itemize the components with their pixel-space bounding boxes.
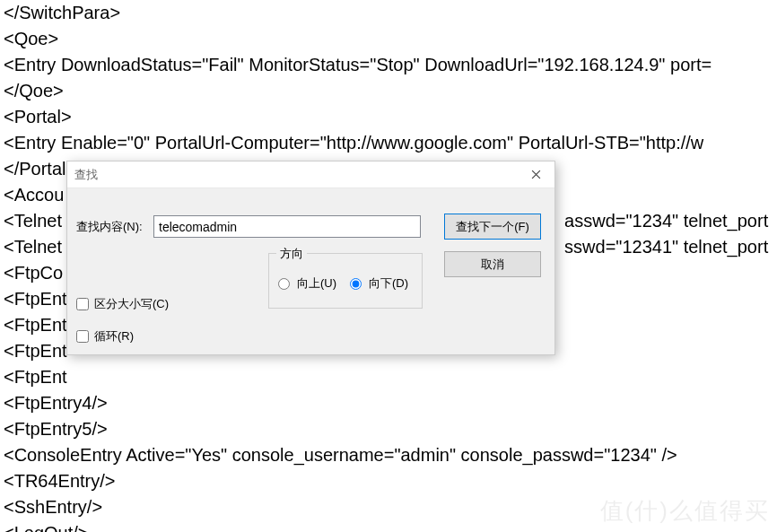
code-line: <Qoe> [4, 26, 777, 52]
checkbox-wrap-around[interactable]: 循环(R) [76, 328, 134, 344]
find-label: 查找内容(N): [76, 219, 143, 235]
radio-up-input[interactable] [278, 278, 290, 290]
code-line: <ConsoleEntry Active="Yes" console_usern… [4, 442, 777, 468]
code-line: <FtpEntry5/> [4, 416, 777, 442]
radio-down[interactable]: 向下(D) [350, 275, 408, 292]
code-line: <FtpEntry4/> [4, 390, 777, 416]
find-input[interactable] [153, 215, 421, 238]
radio-up[interactable]: 向上(U) [278, 275, 336, 292]
direction-label: 方向 [276, 246, 307, 262]
checkbox-match-case[interactable]: 区分大小写(C) [76, 296, 169, 312]
code-line: <LogOut/> [4, 520, 777, 532]
find-dialog: 查找 查找内容(N): 查找下一个(F) 取消 方向 向上(U) 向下(D) 区… [66, 161, 555, 355]
cancel-button[interactable]: 取消 [444, 251, 541, 277]
find-next-button[interactable]: 查找下一个(F) [444, 214, 541, 240]
code-line: </SwitchPara> [4, 0, 777, 26]
code-line: <Portal> [4, 104, 777, 130]
code-line: </Qoe> [4, 78, 777, 104]
code-line: <TR64Entry/> [4, 468, 777, 494]
code-line: <SshEntry/> [4, 494, 777, 520]
code-line: <Entry DownloadStatus="Fail" MonitorStat… [4, 52, 777, 78]
checkbox-wrap-around-input[interactable] [76, 330, 89, 343]
close-icon[interactable] [517, 162, 554, 188]
code-line: <FtpEnt [4, 364, 777, 390]
dialog-titlebar[interactable]: 查找 [67, 161, 554, 188]
checkbox-match-case-input[interactable] [76, 298, 89, 310]
code-line: <Entry Enable="0" PortalUrl-Computer="ht… [4, 130, 777, 156]
dialog-title: 查找 [74, 167, 98, 183]
direction-group: 方向 向上(U) 向下(D) [268, 253, 423, 309]
radio-down-input[interactable] [350, 278, 362, 290]
